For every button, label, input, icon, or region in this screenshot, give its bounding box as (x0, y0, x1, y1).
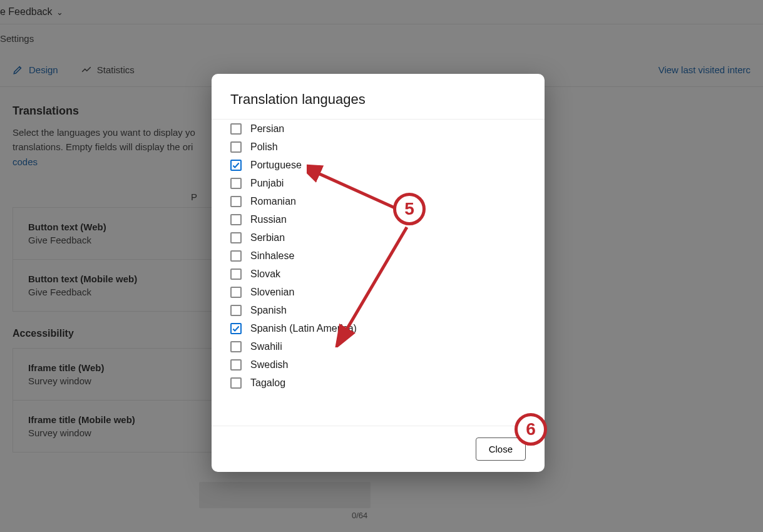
language-list[interactable]: PersianPolishPortuguesePunjabiRomanianRu… (212, 119, 545, 426)
checkbox[interactable] (230, 250, 242, 262)
language-option[interactable]: Persian (230, 120, 526, 138)
language-label: Slovak (250, 269, 280, 280)
language-label: Portuguese (250, 160, 302, 171)
checkbox[interactable] (230, 196, 242, 207)
checkbox[interactable] (230, 232, 242, 243)
checkbox[interactable] (230, 178, 242, 189)
close-button[interactable]: Close (476, 437, 526, 461)
language-option[interactable]: Slovenian (230, 283, 526, 301)
language-label: Polish (250, 141, 278, 153)
language-label: Persian (250, 123, 284, 135)
language-option[interactable]: Swedish (230, 356, 526, 374)
language-label: Sinhalese (250, 250, 294, 262)
language-label: Spanish (Latin America) (250, 323, 357, 334)
translation-languages-modal: Translation languages PersianPolishPortu… (212, 74, 545, 472)
language-option[interactable]: Romanian (230, 192, 526, 210)
language-label: Swahili (250, 341, 282, 352)
annotation-6: 6 (515, 413, 547, 446)
language-option[interactable]: Tagalog (230, 374, 526, 392)
language-label: Swedish (250, 359, 288, 371)
language-label: Serbian (250, 232, 285, 243)
language-option[interactable]: Slovak (230, 265, 526, 283)
modal-title: Translation languages (212, 74, 545, 119)
language-label: Tagalog (250, 377, 285, 389)
language-label: Slovenian (250, 287, 294, 298)
language-label: Punjabi (250, 178, 284, 189)
checkbox[interactable] (230, 160, 242, 171)
language-label: Romanian (250, 196, 296, 207)
checkbox[interactable] (230, 341, 242, 352)
language-option[interactable]: Spanish (Latin America) (230, 319, 526, 337)
language-option[interactable]: Sinhalese (230, 247, 526, 265)
language-option[interactable]: Swahili (230, 337, 526, 356)
checkbox[interactable] (230, 305, 242, 316)
checkbox[interactable] (230, 123, 242, 135)
checkbox[interactable] (230, 287, 242, 298)
language-option[interactable]: Punjabi (230, 174, 526, 192)
language-option[interactable]: Russian (230, 210, 526, 228)
checkbox[interactable] (230, 359, 242, 371)
checkbox[interactable] (230, 141, 242, 153)
language-option[interactable]: Serbian (230, 228, 526, 247)
checkbox[interactable] (230, 377, 242, 389)
language-option[interactable]: Portuguese (230, 156, 526, 174)
checkbox[interactable] (230, 269, 242, 280)
annotation-5: 5 (393, 193, 426, 225)
modal-footer: Close (212, 426, 545, 472)
checkbox[interactable] (230, 214, 242, 225)
language-label: Russian (250, 214, 287, 225)
checkbox[interactable] (230, 323, 242, 334)
language-option[interactable]: Spanish (230, 301, 526, 319)
language-option[interactable]: Polish (230, 138, 526, 156)
language-label: Spanish (250, 305, 287, 316)
